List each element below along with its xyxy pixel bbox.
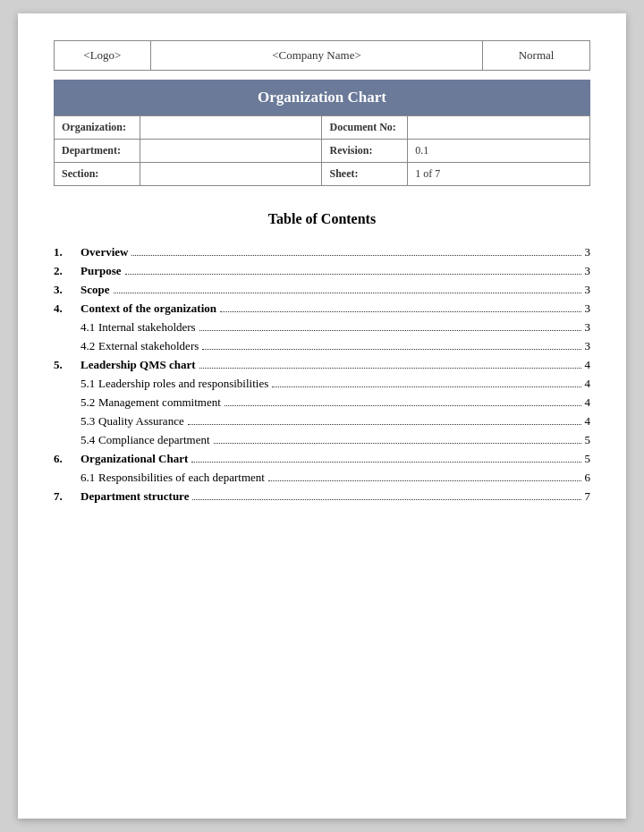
toc-item-num: 1.	[54, 245, 80, 259]
toc-dots	[191, 462, 580, 463]
toc-item-label: Organizational Chart	[80, 452, 188, 466]
toc-dots	[131, 255, 580, 256]
toc-sub-label: Leadership roles and responsibilities	[98, 377, 268, 391]
toc-item-label: Overview	[80, 245, 128, 259]
toc-sub-num: 5.3	[54, 414, 98, 429]
toc-sub-item: 6.1Responsibilities of each department6	[54, 471, 590, 485]
toc-dots	[225, 405, 581, 406]
company-label: <Company Name>	[272, 48, 361, 62]
section-value	[140, 163, 322, 186]
toc-sub-label: External stakeholders	[98, 339, 199, 353]
toc-sub-label: Quality Assurance	[98, 414, 184, 429]
toc-sub-num: 5.2	[54, 395, 98, 410]
toc-sub-num: 5.1	[54, 377, 98, 391]
toc-title: Table of Contents	[54, 211, 590, 227]
title-bar: Organization Chart	[54, 80, 590, 115]
toc-sub-item: 4.1Internal stakeholders3	[54, 320, 590, 335]
normal-label: Normal	[519, 48, 555, 62]
sheet-label: Sheet:	[322, 163, 408, 186]
normal-cell: Normal	[483, 41, 590, 71]
org-value	[140, 116, 322, 140]
document-title: Organization Chart	[258, 89, 386, 106]
toc-sub-item: 4.2External stakeholders3	[54, 339, 590, 353]
org-label: Organization:	[55, 116, 140, 140]
toc-item-page: 7	[585, 489, 591, 504]
toc-sub-page: 5	[585, 433, 591, 447]
toc-sub-page: 6	[585, 471, 591, 485]
toc-item: 7.Department structure7	[54, 489, 590, 504]
toc-sub-num: 5.4	[54, 433, 98, 447]
toc-dots	[272, 386, 580, 387]
toc-item-page: 3	[585, 301, 591, 316]
toc-item-page: 3	[585, 264, 591, 278]
toc-item-page: 3	[585, 245, 591, 259]
toc-item-page: 3	[585, 283, 591, 297]
toc-sub-item: 5.2Management commitment4	[54, 395, 590, 410]
toc-item-num: 3.	[54, 283, 80, 297]
toc-sub-page: 4	[585, 395, 591, 410]
docno-label: Document No:	[322, 116, 408, 140]
docno-value	[408, 116, 590, 140]
toc-item-label: Leadership QMS chart	[80, 358, 196, 372]
toc-dots	[268, 480, 581, 481]
toc-sub-label: Responsibilities of each department	[98, 471, 265, 485]
toc-sub-num: 4.2	[54, 339, 98, 353]
toc-item-label: Context of the organization	[80, 301, 216, 316]
toc-dots	[192, 499, 580, 500]
toc-item: 4.Context of the organization3	[54, 301, 590, 316]
toc-item-page: 5	[585, 452, 591, 466]
toc-sub-item: 5.3Quality Assurance4	[54, 414, 590, 429]
toc-sub-label: Internal stakeholders	[98, 320, 196, 335]
toc-item: 5.Leadership QMS chart4	[54, 358, 590, 372]
toc-dots	[214, 443, 581, 444]
section-label: Section:	[55, 163, 140, 186]
toc-sub-num: 6.1	[54, 471, 98, 485]
toc-list: 1.Overview32.Purpose33.Scope34.Context o…	[54, 245, 590, 504]
document-page: <Logo> <Company Name> Normal Organizatio…	[18, 13, 626, 819]
toc-item-num: 5.	[54, 358, 80, 372]
toc-dots	[202, 349, 580, 350]
toc-item-label: Department structure	[80, 489, 189, 504]
toc-dots	[199, 330, 581, 331]
logo-label: <Logo>	[83, 48, 121, 62]
toc-dots	[220, 311, 580, 312]
dept-label: Department:	[55, 140, 140, 163]
toc-item: 3.Scope3	[54, 283, 590, 297]
toc-item-label: Scope	[80, 283, 110, 297]
toc-sub-page: 4	[585, 414, 591, 429]
toc-item: 1.Overview3	[54, 245, 590, 259]
toc-item: 6.Organizational Chart5	[54, 452, 590, 466]
rev-value: 0.1	[408, 140, 590, 163]
toc-sub-page: 3	[585, 339, 591, 353]
toc-item-num: 6.	[54, 452, 80, 466]
toc-dots	[199, 368, 581, 369]
toc-sub-page: 4	[585, 377, 591, 391]
toc-dots	[114, 293, 581, 293]
sheet-value: 1 of 7	[408, 163, 590, 186]
toc-sub-num: 4.1	[54, 320, 98, 335]
rev-label: Revision:	[322, 140, 408, 163]
toc-sub-label: Management commitment	[98, 395, 221, 410]
meta-table: Organization: Document No: Department: R…	[54, 115, 590, 186]
toc-sub-page: 3	[585, 320, 591, 335]
company-cell: <Company Name>	[150, 41, 482, 71]
toc-sub-label: Compliance department	[98, 433, 210, 447]
toc-item: 2.Purpose3	[54, 264, 590, 278]
toc-item-num: 7.	[54, 489, 80, 504]
toc-item-num: 2.	[54, 264, 80, 278]
header-table: <Logo> <Company Name> Normal	[54, 40, 590, 71]
toc-item-num: 4.	[54, 301, 80, 316]
dept-value	[140, 140, 322, 163]
logo-cell: <Logo>	[55, 41, 151, 71]
toc-dots	[125, 274, 581, 275]
toc-sub-item: 5.4Compliance department5	[54, 433, 590, 447]
toc-item-page: 4	[585, 358, 591, 372]
toc-item-label: Purpose	[80, 264, 122, 278]
toc-dots	[188, 424, 581, 425]
toc-sub-item: 5.1Leadership roles and responsibilities…	[54, 377, 590, 391]
